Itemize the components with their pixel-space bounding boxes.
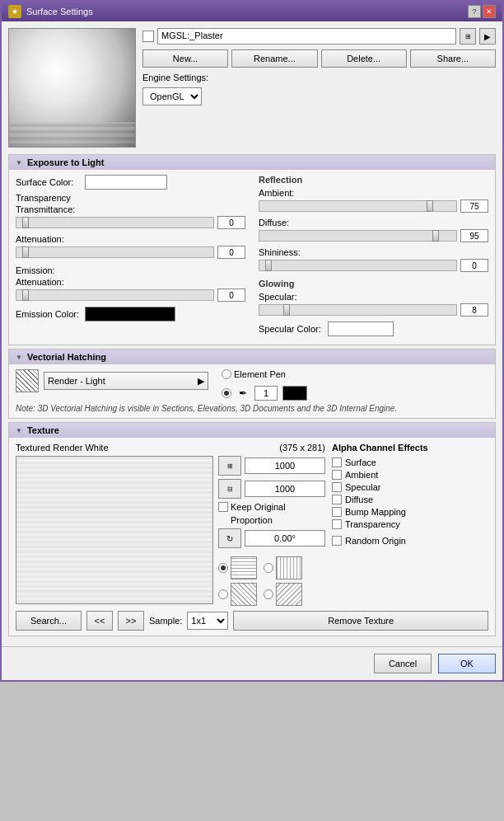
- rename-button[interactable]: Rename...: [231, 49, 317, 68]
- emission-spacer: Emission:: [16, 265, 245, 275]
- pattern-radio-1[interactable]: [218, 563, 228, 573]
- texture-width-value[interactable]: 1000: [245, 457, 325, 474]
- transmittance-thumb[interactable]: [22, 217, 29, 228]
- remove-texture-button[interactable]: Remove Texture: [233, 611, 488, 631]
- pattern-box-4[interactable]: [276, 583, 302, 606]
- diffuse-slider[interactable]: [259, 230, 457, 242]
- pattern-item-3: [218, 583, 257, 606]
- exposure-two-col: Surface Color: Transparency Transmittanc…: [16, 175, 488, 340]
- pattern-radio-2[interactable]: [264, 563, 273, 573]
- alpha-bump-mapping-checkbox[interactable]: [332, 507, 342, 517]
- emission-attenuation-slider[interactable]: [16, 289, 214, 301]
- element-pen-radio[interactable]: Element Pen: [222, 369, 307, 379]
- hatching-title: Vectorial Hatching: [27, 352, 106, 362]
- engine-label: Engine Settings:: [142, 73, 208, 82]
- specular-slider[interactable]: [259, 304, 457, 316]
- texture-width-row: ⊞ 1000: [218, 456, 325, 476]
- window-title: Surface Settings: [26, 7, 93, 16]
- keep-proportion-checkbox[interactable]: [218, 502, 228, 512]
- transmittance-slider[interactable]: [16, 217, 214, 228]
- alpha-diffuse-checkbox[interactable]: [332, 495, 342, 504]
- exposure-header[interactable]: ▼ Exposure to Light: [9, 155, 495, 170]
- material-checkbox[interactable]: [142, 30, 154, 42]
- surface-color-picker[interactable]: [85, 175, 167, 190]
- hatch-right: Element Pen ✒ 1: [222, 369, 307, 401]
- element-pen-radio-dot[interactable]: [222, 369, 231, 379]
- transmittance-value[interactable]: 0: [217, 216, 245, 229]
- delete-button[interactable]: Delete...: [321, 49, 407, 68]
- alpha-bump-mapping: Bump Mapping: [332, 507, 488, 517]
- ok-button[interactable]: OK: [438, 654, 496, 673]
- alpha-specular-checkbox[interactable]: [332, 482, 342, 492]
- prev-button[interactable]: <<: [86, 611, 113, 631]
- pattern-box-2[interactable]: [276, 556, 302, 579]
- pattern-radio-4[interactable]: [264, 589, 273, 599]
- diffuse-value[interactable]: 95: [460, 229, 488, 242]
- specular-thumb[interactable]: [283, 304, 290, 316]
- main-content: MGSL:_Plaster ⊞ ▶ New... Rename... Delet…: [2, 21, 502, 646]
- glowing-title: Glowing: [259, 279, 488, 289]
- attenuation-value[interactable]: 0: [217, 246, 245, 259]
- pattern-box-1[interactable]: [231, 556, 257, 579]
- next-button[interactable]: >>: [118, 611, 144, 631]
- pattern-radio-3[interactable]: [218, 589, 228, 599]
- rotation-value[interactable]: 0.00°: [245, 530, 325, 547]
- engine-row: Engine Settings:: [142, 73, 496, 82]
- sample-select[interactable]: 1x1: [187, 612, 228, 630]
- ambient-value[interactable]: 75: [460, 199, 488, 213]
- texture-grid-icon[interactable]: ⊞: [460, 28, 476, 45]
- emission-color-picker[interactable]: [85, 307, 175, 321]
- emission-attenuation-row: Attenuation: 0: [16, 277, 245, 302]
- material-menu-icon[interactable]: ▶: [479, 28, 496, 45]
- alpha-surface-checkbox[interactable]: [332, 457, 342, 467]
- new-button[interactable]: New...: [142, 49, 228, 68]
- pattern-box-3[interactable]: [231, 583, 257, 606]
- alpha-transparency-checkbox[interactable]: [332, 519, 342, 529]
- element-pen-label: Element Pen: [234, 369, 286, 379]
- texture-size: (375 x 281): [279, 443, 325, 453]
- pen-color-box[interactable]: [282, 386, 307, 401]
- alpha-diffuse: Diffuse: [332, 495, 488, 504]
- engine-select[interactable]: OpenGL: [142, 87, 202, 106]
- texture-height-value[interactable]: 1000: [245, 481, 325, 497]
- attenuation-thumb[interactable]: [22, 246, 29, 258]
- texture-preview-image[interactable]: [16, 456, 213, 604]
- search-button[interactable]: Search...: [16, 611, 82, 631]
- emission-attenuation-value[interactable]: 0: [217, 289, 245, 302]
- specular-value[interactable]: 8: [460, 303, 488, 317]
- share-button[interactable]: Share...: [410, 49, 496, 68]
- random-origin-checkbox[interactable]: [332, 536, 342, 546]
- ambient-label: Ambient:: [259, 188, 488, 198]
- alpha-ambient-checkbox[interactable]: [332, 470, 342, 480]
- shininess-thumb[interactable]: [265, 260, 272, 271]
- hatching-header[interactable]: ▼ Vectorial Hatching: [9, 350, 495, 364]
- help-button[interactable]: ?: [468, 5, 481, 18]
- cancel-button[interactable]: Cancel: [374, 654, 432, 673]
- pattern-item-4: [264, 583, 302, 606]
- shininess-value[interactable]: 0: [460, 259, 488, 272]
- hatch-style-dropdown[interactable]: Render - Light ▶: [44, 372, 208, 390]
- diffuse-thumb[interactable]: [432, 230, 439, 242]
- transmittance-row: Transmittance: 0: [16, 204, 245, 229]
- pen-radio-dot[interactable]: [222, 388, 231, 398]
- texture-header[interactable]: ▼ Texture: [9, 423, 495, 438]
- exposure-title: Exposure to Light: [27, 157, 105, 167]
- shininess-slider[interactable]: [259, 260, 457, 271]
- exposure-body: Surface Color: Transparency Transmittanc…: [9, 170, 495, 345]
- hatch-dropdown-arrow-icon: ▶: [198, 376, 204, 387]
- exposure-arrow-icon: ▼: [16, 159, 22, 167]
- texture-layout: Textured Render White (375 x 281) ⊞ 1000: [16, 443, 488, 606]
- sample-label: Sample:: [149, 616, 182, 626]
- ambient-thumb[interactable]: [427, 200, 433, 212]
- close-button[interactable]: ✕: [483, 5, 496, 18]
- attenuation-slider[interactable]: [16, 246, 214, 258]
- pen-number[interactable]: 1: [254, 386, 278, 401]
- material-name-field[interactable]: MGSL:_Plaster: [157, 28, 456, 45]
- ambient-slider[interactable]: [259, 200, 457, 212]
- alpha-transparency: Transparency: [332, 519, 488, 529]
- transmittance-label: Transmittance:: [16, 204, 245, 214]
- rotation-icon: ↻: [218, 528, 241, 548]
- emission-attenuation-thumb[interactable]: [22, 289, 29, 301]
- title-bar-left: ★ Surface Settings: [8, 5, 93, 18]
- specular-color-picker[interactable]: [328, 321, 394, 336]
